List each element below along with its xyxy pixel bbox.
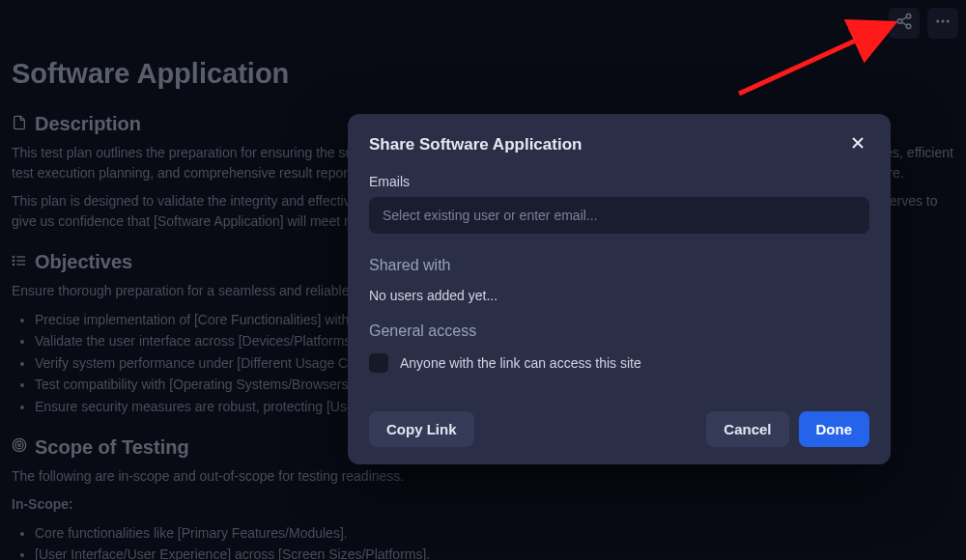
no-users-message: No users added yet... — [369, 288, 869, 303]
modal-title: Share Software Application — [369, 135, 582, 154]
link-access-label: Anyone with the link can access this sit… — [400, 355, 641, 371]
cancel-button[interactable]: Cancel — [706, 411, 788, 447]
shared-with-heading: Shared with — [369, 257, 869, 274]
share-modal: Share Software Application Emails Shared… — [348, 114, 891, 464]
done-button[interactable]: Done — [799, 411, 870, 447]
general-access-heading: General access — [369, 322, 869, 340]
link-access-checkbox[interactable] — [369, 353, 388, 373]
close-icon — [848, 133, 867, 156]
email-input[interactable] — [369, 197, 869, 234]
close-button[interactable] — [846, 133, 869, 156]
copy-link-button[interactable]: Copy Link — [369, 411, 474, 447]
emails-label: Emails — [369, 174, 869, 189]
